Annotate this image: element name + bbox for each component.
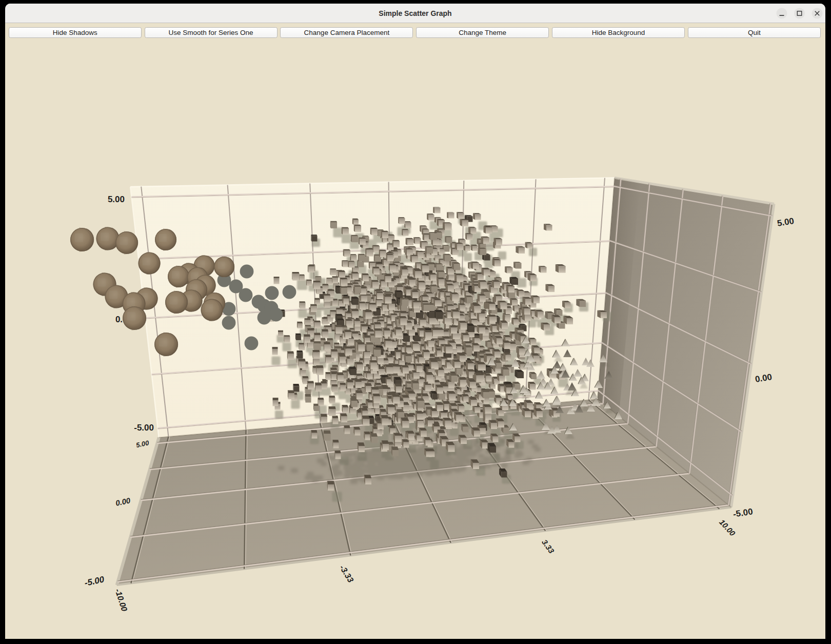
svg-text:5.00: 5.00 — [108, 194, 125, 204]
svg-text:-5.00: -5.00 — [134, 423, 154, 433]
